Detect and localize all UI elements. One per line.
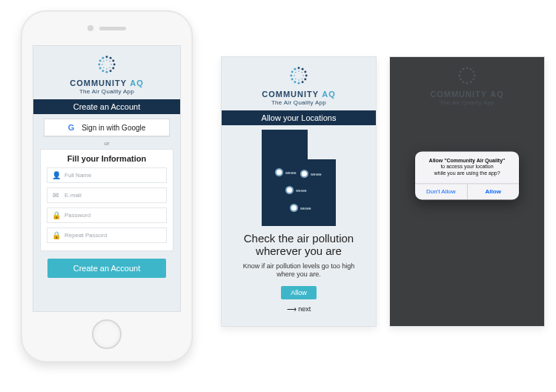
svg-point-22 [304,70,306,73]
svg-point-50 [460,70,462,73]
screen-create-account: COMMUNITY AQ The Air Quality App Create … [33,45,181,312]
svg-point-37 [295,78,297,79]
svg-point-27 [294,81,296,83]
svg-point-21 [302,68,304,70]
fullname-placeholder: Full Name [64,172,91,179]
svg-point-30 [291,70,294,73]
map-pin[interactable]: wesee [285,186,306,194]
svg-point-29 [290,75,292,77]
brand-block-dimmed: COMMUNITY AQ The Air Quality App [390,57,544,106]
svg-point-28 [291,79,294,81]
svg-point-20 [298,67,300,69]
svg-point-38 [294,75,295,76]
email-field[interactable]: ✉ E-mail [47,187,167,203]
svg-point-48 [460,79,462,81]
brand-tagline: The Air Quality App [222,99,376,106]
community-aq-logo-icon [94,52,119,77]
map-pin[interactable]: wesee [275,168,296,176]
lock-icon: 🔒 [52,211,59,219]
svg-point-34 [302,75,304,76]
create-account-button[interactable]: Create an Account [47,259,166,278]
svg-point-23 [305,75,308,77]
svg-point-13 [109,61,110,62]
svg-point-10 [99,59,102,62]
screen-allow-location: COMMUNITY AQ The Air Quality App Allow y… [221,56,377,327]
google-icon: G [68,123,75,132]
svg-point-4 [112,67,114,70]
iphone-frame: COMMUNITY AQ The Air Quality App Create … [21,10,193,362]
svg-point-2 [112,59,114,62]
signup-form: Fill your Information 👤 Full Name ✉ E-ma… [40,149,173,251]
speaker-icon [99,27,126,30]
svg-point-12 [106,59,107,61]
svg-point-24 [304,79,306,81]
email-placeholder: E-mail [64,192,82,199]
svg-point-19 [103,61,105,62]
svg-point-15 [109,67,110,68]
svg-point-18 [102,64,103,65]
alert-message: Allow "Community Air Quality" to access … [415,151,519,183]
google-signin-button[interactable]: G Sign in with Google [44,119,170,136]
ios-location-alert: Allow "Community Air Quality" to access … [415,151,519,199]
svg-point-3 [113,64,116,66]
repeat-password-placeholder: Repeat Passord [64,232,107,239]
repeat-password-field[interactable]: 🔒 Repeat Passord [47,227,167,243]
svg-point-39 [295,72,297,73]
svg-point-7 [102,70,104,72]
svg-point-1 [110,57,112,59]
utah-map: wesee wesee wesee wesee [254,130,343,226]
form-title: Fill your Information [47,154,167,163]
svg-point-51 [462,68,464,70]
svg-point-9 [98,64,100,66]
svg-point-0 [106,56,108,58]
map-pin[interactable]: wesee [290,204,311,212]
headline: Check the air pollution wherever you are [222,232,376,258]
svg-point-42 [472,70,474,73]
brand-block: COMMUNITY AQ The Air Quality App [33,46,180,95]
svg-point-5 [110,70,112,72]
google-signin-label: Sign in with Google [82,124,145,132]
svg-point-32 [298,70,299,72]
svg-point-43 [474,75,476,77]
svg-point-6 [106,71,108,73]
svg-point-44 [472,79,474,81]
password-field[interactable]: 🔒 Password [47,207,167,223]
svg-point-35 [301,78,302,79]
dont-allow-button[interactable]: Don't Allow [415,184,468,199]
svg-point-46 [466,82,469,84]
next-link[interactable]: ⟶ next [222,305,376,313]
svg-point-31 [294,68,296,70]
map-pin[interactable]: wesee [300,170,321,178]
person-icon: 👤 [52,171,59,179]
svg-point-45 [470,81,472,83]
front-camera-icon [87,25,93,31]
screen-ios-permission: COMMUNITY AQ The Air Quality App Allow "… [389,56,545,327]
svg-point-14 [110,64,112,65]
allow-button[interactable]: Allow [281,286,317,299]
svg-point-26 [298,82,300,84]
brand-tagline: The Air Quality App [33,88,180,95]
brand-tagline: The Air Quality App [390,99,544,106]
brand-name: COMMUNITY AQ [390,90,544,99]
svg-point-33 [301,72,302,73]
community-aq-logo-icon [454,63,480,88]
password-placeholder: Password [64,212,90,219]
svg-point-36 [298,79,299,81]
sub-headline: Know if air pollution levels go too high… [222,262,376,279]
svg-point-47 [462,81,464,83]
fullname-field[interactable]: 👤 Full Name [47,167,167,183]
header-create-account: Create an Account [33,99,180,114]
allow-button[interactable]: Allow [468,184,520,199]
svg-point-8 [99,67,102,70]
brand-block: COMMUNITY AQ The Air Quality App [222,57,376,106]
svg-point-11 [102,57,104,59]
brand-name: COMMUNITY AQ [222,90,376,99]
svg-point-17 [103,67,105,68]
phone-top [87,11,126,45]
brand-name: COMMUNITY AQ [33,79,180,87]
svg-point-49 [458,75,460,77]
svg-point-40 [466,67,469,69]
home-button-icon[interactable] [92,319,122,349]
arrow-right-icon: ⟶ [287,305,297,313]
svg-point-25 [302,81,304,83]
